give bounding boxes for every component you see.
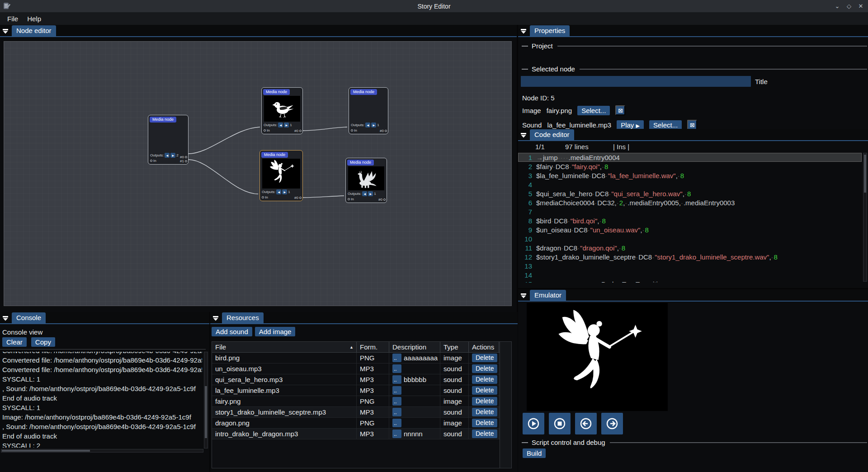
edit-description-button[interactable]: .. [392,419,401,427]
delete-button[interactable]: Delete [472,364,497,373]
code-vertical-scrollbar[interactable] [863,153,867,282]
edit-description-button[interactable]: .. [392,408,401,416]
tab-node-editor[interactable]: Node editor [12,25,56,36]
column-header-type[interactable]: Type [440,342,469,352]
node-canvas[interactable]: Media nodeOutputs:◀▶2In#0#1Media nodeOut… [4,41,512,306]
title-input[interactable] [521,76,751,87]
input-port[interactable] [262,196,264,198]
image-select-button[interactable]: Select... [577,106,610,115]
console-horizontal-scrollbar[interactable] [1,449,203,453]
step-forward-button[interactable] [601,413,623,434]
graph-node-1[interactable]: Media nodeOutputs:◀▶1In#0 [261,87,303,134]
column-header-format[interactable]: Form. [357,342,389,352]
collapse-icon[interactable] [521,293,527,298]
tab-resources[interactable]: Resources [222,312,264,323]
cell-actions: Delete [469,429,499,439]
stop-button[interactable] [549,413,571,434]
image-clear-button[interactable]: ⊠ [615,105,625,115]
close-button[interactable]: ✕ [857,3,864,9]
outputs-increment-button[interactable]: ▶ [170,153,175,158]
table-row[interactable]: intro_drako_le_dragon.mp3MP3..nnnnnsound… [212,429,511,439]
outputs-decrement-button[interactable]: ◀ [276,189,281,194]
collapse-icon[interactable] [3,316,9,321]
menu-file[interactable]: File [3,13,23,24]
collapse-icon[interactable] [3,29,9,34]
delete-button[interactable]: Delete [472,430,497,438]
scrollbar-thumb[interactable] [2,450,90,452]
table-row[interactable]: qui_sera_le_hero.mp3MP3..bbbbbbsoundDele… [212,374,511,385]
resources-scrollbar-track[interactable] [500,342,511,468]
build-button[interactable]: Build [523,448,546,458]
column-header-description[interactable]: Description [389,342,440,352]
input-port[interactable] [351,129,353,132]
delete-button[interactable]: Delete [472,354,497,362]
delete-button[interactable]: Delete [472,408,497,416]
output-port[interactable] [185,156,187,158]
graph-node-0[interactable]: Media nodeOutputs:◀▶2In#0#1 [148,115,189,165]
graph-node-3[interactable]: Media nodeOutputs:◀▶1In#0 [259,150,303,201]
delete-button[interactable]: Delete [472,397,497,406]
input-port[interactable] [264,129,266,132]
outputs-increment-button[interactable]: ▶ [371,123,376,127]
edit-description-button[interactable]: .. [392,386,401,395]
table-row[interactable]: la_fee_luminelle.mp3MP3..soundDelete [212,385,511,396]
scrollbar-thumb[interactable] [205,386,207,438]
outputs-decrement-button[interactable]: ◀ [362,191,367,196]
input-port[interactable] [150,160,152,162]
table-row[interactable]: dragon.pngPNG..imageDelete [212,418,511,429]
table-row[interactable]: bird.pngPNG..aaaaaaaaaimageDelete [212,353,511,363]
outputs-decrement-button[interactable]: ◀ [365,123,370,127]
add-image-button[interactable]: Add image [255,327,296,336]
scrollbar-thumb[interactable] [864,155,866,193]
sound-select-button[interactable]: Select... [649,120,682,130]
tab-emulator[interactable]: Emulator [530,290,566,301]
edit-description-button[interactable]: .. [392,397,401,406]
console-vertical-scrollbar[interactable] [204,352,208,448]
outputs-decrement-button[interactable]: ◀ [165,153,170,158]
output-port[interactable] [299,197,302,199]
outputs-decrement-button[interactable]: ◀ [278,123,283,127]
table-row[interactable]: fairy.pngPNG..imageDelete [212,396,511,407]
sound-play-button[interactable]: Play ▶ [617,120,644,130]
table-row[interactable]: story1_drako_luminelle_sceptre.mp3MP3..s… [212,407,511,418]
edit-description-button[interactable]: .. [392,354,401,362]
collapse-icon[interactable] [521,133,527,138]
delete-button[interactable]: Delete [472,419,497,427]
delete-button[interactable]: Delete [472,386,497,395]
delete-button[interactable]: Delete [472,375,497,384]
graph-node-4[interactable]: Media nodeOutputs:◀▶1In#0 [345,158,387,203]
edit-description-button[interactable]: .. [392,430,401,438]
outputs-increment-button[interactable]: ▶ [284,123,289,127]
output-port[interactable] [299,130,302,132]
collapse-icon[interactable] [213,316,219,321]
minimize-button[interactable]: ⌄ [834,3,841,9]
maximize-button[interactable]: ◇ [845,3,853,9]
line-number: 7 [518,208,536,216]
menu-help[interactable]: Help [23,13,46,24]
collapse-icon[interactable] [521,29,527,34]
graph-node-2[interactable]: Media nodeOutputs:◀▶1In#0 [349,87,388,134]
column-header-file[interactable]: File ▲ [212,342,357,352]
column-header-actions[interactable]: Actions [469,342,499,352]
sound-clear-button[interactable]: ⊠ [687,120,697,130]
step-back-button[interactable] [575,413,597,434]
code-text-area[interactable]: 1→jump····.mediaEntry00042$fairy·DC8·"fa… [518,153,862,283]
play-button[interactable] [523,413,544,434]
edit-description-button[interactable]: .. [392,375,401,384]
output-port[interactable] [383,198,386,201]
add-sound-button[interactable]: Add sound [212,327,252,336]
output-port[interactable] [385,130,387,132]
output-port[interactable] [185,160,187,162]
resources-panel: Resources Add sound Add image File ▲ For… [210,312,518,472]
script-control-group-header: Script control and debug [518,439,868,446]
input-port[interactable] [348,198,350,200]
outputs-increment-button[interactable]: ▶ [282,189,287,194]
tab-properties[interactable]: Properties [530,25,570,36]
table-row[interactable]: un_oiseau.mp3MP3..soundDelete [212,363,511,374]
tab-code-editor[interactable]: Code editor [530,129,574,140]
edit-description-button[interactable]: .. [392,364,401,373]
outputs-increment-button[interactable]: ▶ [368,191,373,196]
tab-console[interactable]: Console [12,312,46,323]
copy-button[interactable]: Copy [31,337,55,347]
clear-button[interactable]: Clear [2,337,27,347]
